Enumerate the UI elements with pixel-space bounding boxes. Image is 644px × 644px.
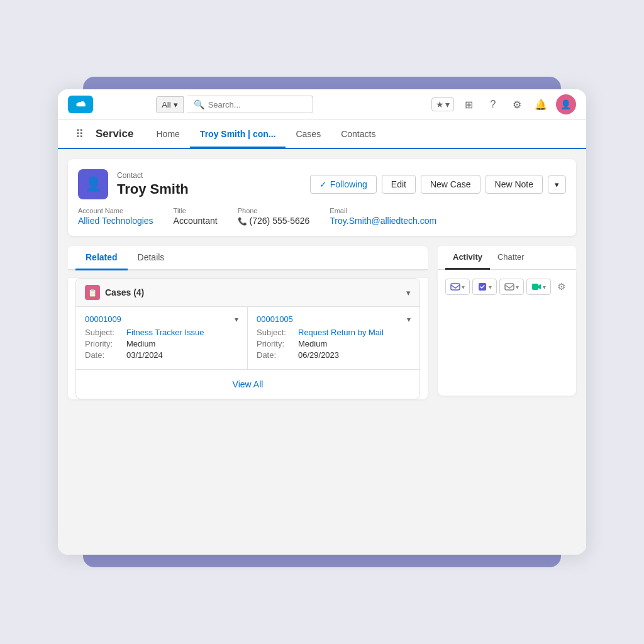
nav-item-contact[interactable]: Troy Smith | con...	[190, 121, 286, 148]
account-name-label: Account Name	[78, 207, 153, 214]
nav-item-home[interactable]: Home	[147, 121, 190, 148]
tab-activity[interactable]: Activity	[445, 246, 490, 270]
more-activity-button[interactable]: ▾	[526, 279, 551, 295]
email-dropdown-arrow: ▾	[462, 284, 465, 291]
activity-gear-icon: ⚙	[557, 281, 565, 292]
phone-value: 📞 (726) 555-5626	[238, 216, 310, 226]
case-dropdown-2[interactable]: ▾	[407, 315, 411, 324]
record-header-top: 👤 Contact Troy Smith ✓ Following Edit	[78, 169, 566, 199]
favorites-button[interactable]: ★ ▾	[431, 97, 454, 111]
search-icon: 🔍	[194, 99, 204, 109]
contact-icon: 👤	[78, 169, 108, 199]
app-launcher-button[interactable]: ⠿	[68, 120, 91, 148]
avatar-icon: 👤	[560, 99, 571, 109]
header-bar: All ▾ 🔍 ★ ▾ ⊞ ?	[58, 89, 586, 120]
search-box: 🔍	[187, 96, 313, 113]
case-subject-label-1: Subject:	[85, 328, 123, 337]
case-number-1[interactable]: 00001009	[85, 314, 121, 324]
account-name-field: Account Name Allied Technologies	[78, 207, 153, 226]
tab-related[interactable]: Related	[75, 246, 128, 270]
tab-details[interactable]: Details	[128, 246, 175, 270]
cases-title: Cases (4)	[105, 287, 406, 297]
tab-chatter[interactable]: Chatter	[490, 246, 532, 270]
case-date-value-2: 06/29/2023	[298, 350, 339, 360]
search-area: All ▾ 🔍	[156, 96, 313, 113]
log-activity-button[interactable]: ▾	[499, 279, 524, 295]
record-actions: ✓ Following Edit New Case New Note	[310, 175, 566, 194]
edit-label: Edit	[391, 179, 406, 189]
contact-icon-symbol: 👤	[85, 176, 102, 192]
log-icon	[504, 282, 514, 292]
case-priority-value-2: Medium	[298, 339, 327, 348]
cases-section: 📋 Cases (4) ▾ 00001009 ▾	[75, 278, 420, 399]
favorites-arrow: ▾	[445, 99, 450, 109]
new-case-button[interactable]: New Case	[421, 175, 480, 194]
account-name-value[interactable]: Allied Technologies	[78, 216, 153, 226]
question-icon: ?	[491, 99, 496, 110]
search-input[interactable]	[208, 100, 296, 109]
cases-dropdown-button[interactable]: ▾	[406, 288, 411, 297]
salesforce-logo[interactable]	[68, 96, 93, 113]
case-dropdown-1[interactable]: ▾	[235, 315, 238, 324]
notifications-button[interactable]: 🔔	[532, 96, 550, 113]
right-panel: Activity Chatter	[438, 246, 576, 407]
cases-grid: 00001009 ▾ Subject: Fitness Tracker Issu…	[76, 307, 419, 369]
following-button[interactable]: ✓ Following	[310, 175, 377, 194]
new-note-button[interactable]: New Note	[486, 175, 543, 194]
case-subject-label-2: Subject:	[257, 328, 294, 337]
right-content: ▾ ▾	[438, 270, 576, 396]
nav-item-contacts[interactable]: Contacts	[331, 121, 386, 148]
case-date-label-2: Date:	[257, 350, 294, 360]
help-button[interactable]: ?	[484, 96, 502, 113]
left-panel: Related Details 📋 Cases (4)	[68, 246, 428, 407]
task-icon	[477, 282, 487, 292]
email-value[interactable]: Troy.Smith@alliedtech.com	[330, 216, 436, 226]
cases-section-icon: 📋	[85, 285, 100, 300]
record-fields: Account Name Allied Technologies Title A…	[78, 207, 566, 226]
case-priority-row-1: Priority: Medium	[85, 339, 238, 348]
case-number-2[interactable]: 00001005	[257, 314, 293, 324]
title-field: Title Accountant	[174, 207, 218, 226]
cases-header: 📋 Cases (4) ▾	[76, 279, 419, 307]
svg-rect-3	[505, 284, 514, 290]
case-num-row-1: 00001009 ▾	[85, 314, 238, 324]
content-area: 👤 Contact Troy Smith ✓ Following Edit	[58, 149, 586, 555]
following-label: Following	[330, 179, 367, 189]
all-dropdown[interactable]: All ▾	[156, 96, 183, 113]
case-date-row-1: Date: 03/1/2024	[85, 350, 238, 360]
email-label: Email	[330, 207, 436, 214]
video-icon	[531, 282, 541, 292]
case-subject-value-2[interactable]: Request Return by Mail	[298, 328, 384, 337]
nav-contact-label: Troy Smith | con...	[200, 129, 276, 139]
case-priority-label-1: Priority:	[85, 339, 123, 348]
right-tabs-bar: Activity Chatter	[438, 246, 576, 270]
activity-settings-button[interactable]: ⚙	[553, 279, 569, 295]
phone-number: (726) 555-5626	[250, 216, 310, 226]
case-priority-row-2: Priority: Medium	[257, 339, 411, 348]
tab-activity-label: Activity	[453, 252, 482, 262]
view-all-link[interactable]: View All	[233, 379, 264, 389]
task-activity-button[interactable]: ▾	[472, 279, 497, 295]
settings-button[interactable]: ⚙	[508, 96, 526, 113]
view-all-row: View All	[76, 369, 419, 399]
edit-button[interactable]: Edit	[382, 175, 416, 194]
email-activity-button[interactable]: ▾	[445, 279, 470, 295]
actions-dropdown-button[interactable]: ▾	[548, 175, 566, 194]
nav-contacts-label: Contacts	[341, 129, 375, 139]
new-case-label: New Case	[430, 179, 471, 189]
add-button[interactable]: ⊞	[460, 96, 478, 113]
user-avatar[interactable]: 👤	[556, 94, 576, 114]
nav-item-cases[interactable]: Cases	[286, 121, 331, 148]
all-label: All	[162, 100, 170, 109]
case-priority-label-2: Priority:	[257, 339, 294, 348]
plus-icon: ⊞	[465, 99, 473, 111]
record-header: 👤 Contact Troy Smith ✓ Following Edit	[68, 159, 576, 236]
main-card: All ▾ 🔍 ★ ▾ ⊞ ?	[58, 89, 586, 555]
email-icon	[450, 282, 460, 292]
case-subject-value-1[interactable]: Fitness Tracker Issue	[126, 328, 204, 337]
tab-related-label: Related	[86, 252, 118, 262]
phone-icon: 📞	[238, 217, 247, 226]
task-dropdown-arrow: ▾	[489, 284, 492, 291]
left-tabs-bar: Related Details	[68, 246, 428, 270]
dropdown-arrow-icon: ▾	[174, 100, 178, 109]
